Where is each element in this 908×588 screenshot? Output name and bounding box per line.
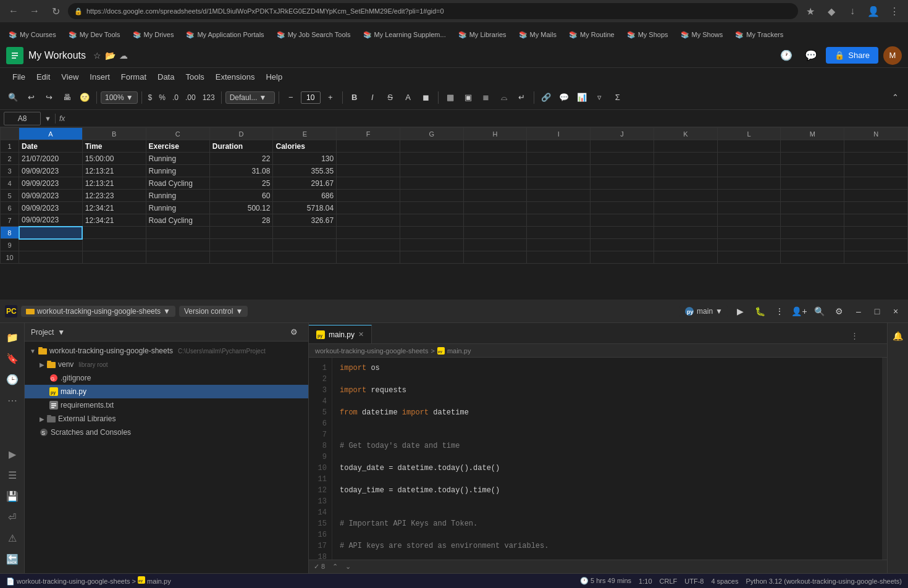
cell-E8[interactable]	[273, 227, 337, 239]
cell-N5[interactable]	[844, 190, 908, 202]
cell-G2[interactable]	[400, 153, 463, 165]
zoom-selector[interactable]: 100% ▼	[101, 91, 138, 104]
cell-K4[interactable]	[654, 177, 717, 190]
cell-D4[interactable]: 25	[209, 177, 273, 190]
cell-G1[interactable]	[400, 140, 463, 153]
add-configuration-button[interactable]: 👤+	[791, 303, 808, 320]
cell-F9[interactable]	[337, 239, 400, 251]
terminal-icon[interactable]: ⏎	[3, 508, 22, 526]
bookmark-button[interactable]: ★	[802, 2, 819, 20]
col-header-I[interactable]: I	[527, 128, 591, 140]
downloads-button[interactable]: ↓	[844, 2, 861, 20]
font-family-selector[interactable]: Defaul... ▼	[225, 91, 275, 104]
maximize-button[interactable]: □	[870, 304, 885, 319]
cell-A5[interactable]: 09/09/2023	[19, 190, 83, 202]
cell-I1[interactable]	[527, 140, 591, 153]
editor-more-options-btn[interactable]: ⋮	[846, 327, 862, 343]
requirements-file[interactable]: requirements.txt	[25, 398, 308, 412]
project-files-icon[interactable]: 📁	[3, 328, 22, 346]
move-icon[interactable]: 📂	[105, 51, 116, 61]
cell-E10[interactable]	[273, 251, 337, 264]
cell-reference-box[interactable]: A8	[4, 112, 41, 125]
decimal-dec-btn[interactable]: .0	[170, 92, 181, 103]
cell-H4[interactable]	[463, 177, 527, 190]
tab-close-icon[interactable]: ✕	[358, 330, 364, 338]
cell-B3[interactable]: 12:13:21	[82, 165, 146, 177]
cell-D3[interactable]: 31.08	[209, 165, 273, 177]
formula-input[interactable]	[69, 114, 904, 123]
cell-E4[interactable]: 291.67	[273, 177, 337, 190]
encoding-item[interactable]: UTF-8	[684, 578, 704, 585]
cell-A6[interactable]: 09/09/2023	[19, 202, 83, 214]
tab-my-drives[interactable]: 📚 My Drives	[127, 26, 180, 43]
address-bar[interactable]: 🔒 https://docs.google.com/spreadsheets/d…	[68, 3, 798, 19]
cell-M10[interactable]	[781, 251, 844, 264]
cell-K1[interactable]	[654, 140, 717, 153]
italic-btn[interactable]: I	[364, 90, 380, 106]
cell-D1[interactable]: Duration	[209, 140, 273, 153]
cell-L1[interactable]	[717, 140, 781, 153]
align-btn[interactable]: ≣	[478, 90, 494, 106]
cell-G4[interactable]	[400, 177, 463, 190]
git-changes-icon[interactable]: 🔙	[3, 550, 22, 568]
insert-link-btn[interactable]: 🔗	[538, 90, 554, 106]
run-console-icon[interactable]: ▶	[3, 445, 22, 463]
cell-D7[interactable]: 28	[209, 214, 273, 227]
nav-forward-button[interactable]: →	[26, 2, 43, 20]
settings-button[interactable]: ⚙	[830, 303, 847, 320]
fold-caret-up[interactable]: ⌃	[332, 563, 338, 571]
col-header-M[interactable]: M	[781, 128, 844, 140]
profile-button[interactable]: 👤	[865, 2, 882, 20]
col-header-L[interactable]: L	[717, 128, 781, 140]
bookmarks-icon[interactable]: 🔖	[3, 349, 22, 368]
cell-A1[interactable]: Date	[19, 140, 83, 153]
cell-L9[interactable]	[717, 239, 781, 251]
cell-H6[interactable]	[463, 202, 527, 214]
cell-F5[interactable]	[337, 190, 400, 202]
cell-G3[interactable]	[400, 165, 463, 177]
cloud-icon[interactable]: ☁	[119, 51, 128, 61]
gitignore-file[interactable]: G .gitignore	[25, 371, 308, 385]
tab-my-shops[interactable]: 📚 My Shops	[621, 26, 675, 43]
cell-F2[interactable]	[337, 153, 400, 165]
col-header-D[interactable]: D	[209, 128, 273, 140]
cell-E7[interactable]: 326.67	[273, 214, 337, 227]
cell-J4[interactable]	[591, 177, 654, 190]
search-everywhere-button[interactable]: 🔍	[810, 303, 828, 320]
cell-A8[interactable]	[19, 227, 83, 239]
tab-my-shows[interactable]: 📚 My Shows	[675, 26, 729, 43]
panel-chevron-icon[interactable]: ▼	[57, 328, 65, 337]
python-version-item[interactable]: Python 3.12 (workout-tracking-using-goog…	[746, 578, 902, 585]
cell-C3[interactable]: Running	[146, 165, 209, 177]
function-btn[interactable]: Σ	[610, 90, 626, 106]
cell-D2[interactable]: 22	[209, 153, 273, 165]
filter-btn[interactable]: ▿	[592, 90, 608, 106]
cell-I9[interactable]	[527, 239, 591, 251]
menu-format[interactable]: Format	[116, 71, 151, 83]
indent-item[interactable]: 4 spaces	[711, 578, 738, 585]
percent-btn[interactable]: %	[156, 92, 168, 103]
font-size-increase[interactable]: +	[322, 90, 338, 106]
menu-extensions[interactable]: Extensions	[211, 71, 260, 83]
tab-my-libraries[interactable]: 📚 My Libraries	[452, 26, 513, 43]
cell-L8[interactable]	[717, 227, 781, 239]
debug-button[interactable]: 🐛	[751, 303, 768, 320]
strikethrough-btn[interactable]: S	[382, 90, 398, 106]
star-icon[interactable]: ☆	[93, 51, 101, 61]
cell-N7[interactable]	[844, 214, 908, 227]
cell-D9[interactable]	[209, 239, 273, 251]
cell-M8[interactable]	[781, 227, 844, 239]
git-icon[interactable]: 🕒	[3, 370, 22, 388]
cell-E9[interactable]	[273, 239, 337, 251]
tab-my-courses[interactable]: 📚 My Courses	[2, 26, 62, 43]
cell-B1[interactable]: Time	[82, 140, 146, 153]
cell-N8[interactable]	[844, 227, 908, 239]
cell-H3[interactable]	[463, 165, 527, 177]
cell-J5[interactable]	[591, 190, 654, 202]
tab-my-app-portals[interactable]: 📚 My Application Portals	[180, 26, 270, 43]
tab-my-job-search[interactable]: 📚 My Job Search Tools	[271, 26, 357, 43]
cell-I4[interactable]	[527, 177, 591, 190]
git-branch-selector[interactable]: py main ▼	[679, 305, 728, 317]
cell-C10[interactable]	[146, 251, 209, 264]
cell-H10[interactable]	[463, 251, 527, 264]
